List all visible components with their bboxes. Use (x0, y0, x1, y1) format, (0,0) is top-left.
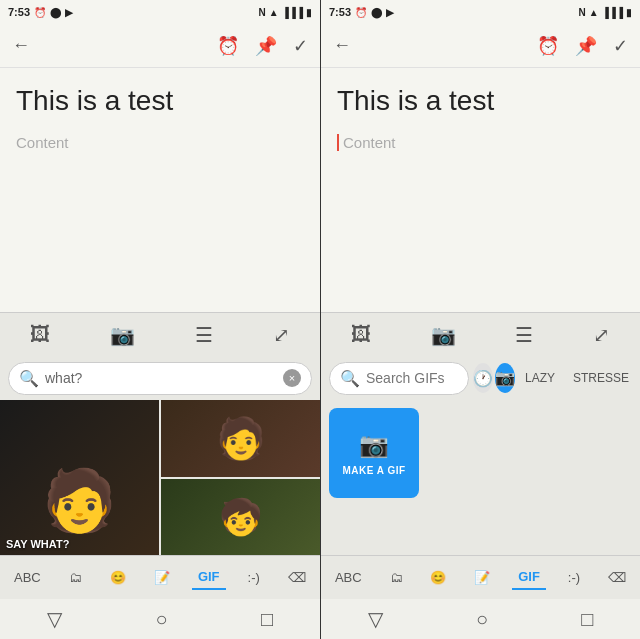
right-status-bar: 7:53 ⏰ ⬤ ▶ N ▲ ▐▐▐ ▮ (321, 0, 640, 24)
left-gif-face-3: 🧒 (161, 479, 320, 555)
right-keyboard-toolbar: 🖼 📷 ☰ ⤢ (321, 312, 640, 356)
left-rec-icon: ⬤ (50, 7, 61, 18)
left-kb-sticker[interactable]: 🗂 (63, 566, 88, 589)
right-nfc-icon: N (579, 7, 586, 18)
right-alarm-button[interactable]: ⏰ (537, 35, 559, 57)
right-search-input[interactable] (366, 370, 458, 386)
right-status-left: 7:53 ⏰ ⬤ ▶ (329, 6, 394, 18)
left-search-clear-button[interactable]: × (283, 369, 301, 387)
left-kb-abc[interactable]: ABC (8, 566, 47, 589)
left-search-bar: 🔍 × (0, 356, 320, 400)
left-keyboard-toolbar: 🖼 📷 ☰ ⤢ (0, 312, 320, 356)
right-note-content[interactable]: Content (337, 134, 624, 151)
left-gif-item-1[interactable]: 🧑 SAY WHAT? (0, 400, 159, 555)
right-rec-icon: ⬤ (371, 7, 382, 18)
left-status-right: N ▲ ▐▐▐ ▮ (259, 7, 312, 18)
left-gif-item-3[interactable]: 🧒 (161, 479, 320, 555)
right-kb-camera-icon[interactable]: 📷 (431, 323, 456, 347)
left-search-input[interactable] (45, 370, 277, 386)
right-make-gif-label: MAKE A GIF (342, 465, 405, 476)
left-gif-face-1: 🧑 (0, 400, 159, 555)
left-kb-memo[interactable]: 📝 (148, 566, 176, 589)
left-nav-bar: ▽ ○ □ (0, 599, 320, 639)
right-nav-back[interactable]: ▽ (368, 607, 383, 631)
left-toolbar: ← ⏰ 📌 ✓ (0, 24, 320, 68)
right-gif-categories: 🕐 📷 LAZY STRESSE (473, 363, 632, 393)
left-kb-list-icon[interactable]: ☰ (195, 323, 213, 347)
right-check-button[interactable]: ✓ (613, 35, 628, 57)
right-kb-expand-icon[interactable]: ⤢ (593, 323, 610, 347)
left-search-input-wrap[interactable]: 🔍 × (8, 362, 312, 395)
right-pin-button[interactable]: 📌 (575, 35, 597, 57)
left-alarm-icon: ⏰ (34, 7, 46, 18)
right-play-icon: ▶ (386, 7, 394, 18)
right-gif-cat-lazy[interactable]: LAZY (517, 367, 563, 389)
left-search-icon: 🔍 (19, 369, 39, 388)
right-nav-bar: ▽ ○ □ (321, 599, 640, 639)
right-kb-list-icon[interactable]: ☰ (515, 323, 533, 347)
right-search-bar: 🔍 🕐 📷 LAZY STRESSE (321, 356, 640, 400)
right-back-button[interactable]: ← (333, 35, 351, 56)
right-gif-cat-camera[interactable]: 📷 (495, 363, 515, 393)
right-note-area[interactable]: This is a test Content (321, 68, 640, 312)
right-make-gif-area: 📷 MAKE A GIF (321, 400, 640, 555)
left-gif-grid: 🧑 SAY WHAT? 🧑 🧒 (0, 400, 320, 555)
right-toolbar-right: ⏰ 📌 ✓ (537, 35, 628, 57)
right-kb-emoji[interactable]: 😊 (424, 566, 452, 589)
right-battery-icon: ▮ (626, 7, 632, 18)
right-status-right: N ▲ ▐▐▐ ▮ (579, 7, 632, 18)
right-toolbar: ← ⏰ 📌 ✓ (321, 24, 640, 68)
left-nav-recent[interactable]: □ (261, 608, 273, 631)
left-status-left: 7:53 ⏰ ⬤ ▶ (8, 6, 73, 18)
right-make-gif-camera-icon: 📷 (359, 431, 389, 459)
left-nfc-icon: N (259, 7, 266, 18)
left-toolbar-right: ⏰ 📌 ✓ (217, 35, 308, 57)
right-kb-face[interactable]: :-) (562, 566, 586, 589)
left-kb-emoji[interactable]: 😊 (104, 566, 132, 589)
right-kb-abc[interactable]: ABC (329, 566, 368, 589)
right-kb-sticker[interactable]: 🗂 (384, 566, 409, 589)
left-back-button[interactable]: ← (12, 35, 30, 56)
left-note-title: This is a test (16, 84, 304, 118)
left-gif-caption-1: SAY WHAT? (6, 538, 69, 550)
left-check-button[interactable]: ✓ (293, 35, 308, 57)
right-nav-recent[interactable]: □ (581, 608, 593, 631)
right-bottom-keyboard: ABC 🗂 😊 📝 GIF :-) ⌫ (321, 555, 640, 599)
right-make-gif-button[interactable]: 📷 MAKE A GIF (329, 408, 419, 498)
left-gif-face-2: 🧑 (161, 400, 320, 477)
right-kb-delete[interactable]: ⌫ (602, 566, 632, 589)
left-signal-icon: ▐▐▐ (282, 7, 303, 18)
left-nav-home[interactable]: ○ (155, 608, 167, 631)
right-kb-gif[interactable]: GIF (512, 565, 546, 590)
left-nav-back[interactable]: ▽ (47, 607, 62, 631)
left-battery-icon: ▮ (306, 7, 312, 18)
right-signal-icon: ▐▐▐ (602, 7, 623, 18)
right-nav-home[interactable]: ○ (476, 608, 488, 631)
left-pin-button[interactable]: 📌 (255, 35, 277, 57)
right-search-icon: 🔍 (340, 369, 360, 388)
left-gif-item-2[interactable]: 🧑 (161, 400, 320, 477)
left-note-area[interactable]: This is a test Content (0, 68, 320, 312)
left-kb-expand-icon[interactable]: ⤢ (273, 323, 290, 347)
right-wifi-icon: ▲ (589, 7, 599, 18)
left-kb-gif[interactable]: GIF (192, 565, 226, 590)
right-kb-memo[interactable]: 📝 (468, 566, 496, 589)
left-wifi-icon: ▲ (269, 7, 279, 18)
left-kb-delete[interactable]: ⌫ (282, 566, 312, 589)
left-kb-image-icon[interactable]: 🖼 (30, 323, 50, 346)
left-kb-camera-icon[interactable]: 📷 (110, 323, 135, 347)
right-gif-cat-recent[interactable]: 🕐 (473, 363, 493, 393)
right-search-input-wrap[interactable]: 🔍 (329, 362, 469, 395)
right-gif-cat-stresse[interactable]: STRESSE (565, 367, 632, 389)
left-alarm-button[interactable]: ⏰ (217, 35, 239, 57)
left-note-content[interactable]: Content (16, 134, 304, 151)
left-status-bar: 7:53 ⏰ ⬤ ▶ N ▲ ▐▐▐ ▮ (0, 0, 320, 24)
left-time: 7:53 (8, 6, 30, 18)
right-time: 7:53 (329, 6, 351, 18)
right-kb-image-icon[interactable]: 🖼 (351, 323, 371, 346)
left-play-icon: ▶ (65, 7, 73, 18)
right-alarm-icon: ⏰ (355, 7, 367, 18)
left-phone-panel: 7:53 ⏰ ⬤ ▶ N ▲ ▐▐▐ ▮ ← ⏰ 📌 ✓ This is a t… (0, 0, 320, 639)
right-phone-panel: 7:53 ⏰ ⬤ ▶ N ▲ ▐▐▐ ▮ ← ⏰ 📌 ✓ This is a t… (320, 0, 640, 639)
left-kb-face[interactable]: :-) (242, 566, 266, 589)
